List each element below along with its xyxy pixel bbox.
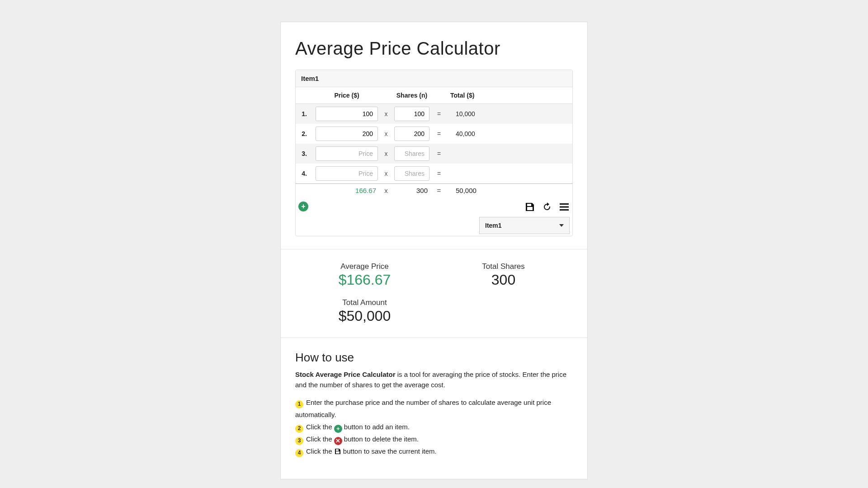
row-total: 40,000 — [446, 124, 572, 144]
add-row-button[interactable]: + — [298, 202, 308, 211]
col-total: Total ($) — [446, 87, 572, 104]
price-input[interactable] — [316, 127, 378, 141]
col-price: Price ($) — [313, 87, 381, 104]
times-symbol: x — [381, 184, 392, 197]
shares-input[interactable] — [394, 127, 429, 141]
card-header: Item1 — [296, 70, 572, 87]
shares-input[interactable] — [394, 166, 429, 181]
svg-rect-3 — [560, 209, 569, 211]
summary-row: 166.67 x 300 = 50,000 — [296, 184, 572, 197]
howto-heading: How to use — [295, 351, 573, 365]
save-button[interactable] — [524, 202, 535, 212]
step-text: button to delete the item. — [342, 435, 419, 443]
times-symbol: x — [381, 124, 392, 144]
stats-panel: Average Price $166.67 Total Shares 300 T… — [295, 262, 573, 325]
item-select[interactable]: Item1 — [479, 217, 570, 234]
divider — [281, 338, 587, 338]
table-row: 2.x=40,000 — [296, 124, 572, 144]
row-number: 1. — [296, 104, 313, 124]
save-icon — [524, 202, 535, 212]
save-icon — [334, 448, 341, 455]
shares-input[interactable] — [394, 146, 429, 161]
summary-total: 50,000 — [446, 184, 572, 197]
times-symbol: x — [381, 144, 392, 164]
menu-button[interactable] — [559, 202, 570, 212]
equals-symbol: = — [432, 144, 446, 164]
equals-symbol: = — [432, 104, 446, 124]
equals-symbol: = — [432, 184, 446, 197]
step-number-badge: 4 — [295, 449, 303, 457]
total-shares-value: 300 — [434, 271, 573, 288]
howto-step: 3Click the ✕ button to delete the item. — [295, 433, 573, 445]
step-number-badge: 1 — [295, 400, 303, 408]
refresh-button[interactable] — [542, 202, 552, 212]
item-select-value: Item1 — [485, 222, 502, 229]
table-row: 4.x= — [296, 164, 572, 184]
step-text: Click the — [306, 447, 334, 455]
price-input[interactable] — [316, 146, 378, 161]
step-text: button to save the current item. — [341, 447, 437, 455]
shares-input[interactable] — [394, 107, 429, 121]
howto-step: 4Click the button to save the current it… — [295, 445, 573, 457]
row-number: 2. — [296, 124, 313, 144]
total-amount-label: Total Amount — [295, 298, 434, 307]
row-number: 4. — [296, 164, 313, 184]
calculator-page: Average Price Calculator Item1 Price ($)… — [280, 22, 588, 479]
step-number-badge: 3 — [295, 437, 303, 445]
summary-shares: 300 — [392, 184, 432, 197]
svg-rect-2 — [560, 206, 569, 208]
refresh-icon — [542, 202, 552, 212]
equals-symbol: = — [432, 124, 446, 144]
actions-row: + Item1 — [296, 197, 572, 236]
step-text: Enter the purchase price and the number … — [295, 399, 551, 418]
howto-step: 1Enter the purchase price and the number… — [295, 396, 573, 421]
col-shares: Shares (n) — [392, 87, 432, 104]
price-input[interactable] — [316, 166, 378, 181]
step-text: Click the — [306, 423, 334, 431]
plus-icon: + — [301, 202, 305, 211]
calc-table: Price ($) Shares (n) Total ($) 1.x=10,00… — [296, 87, 572, 197]
plus-icon: + — [334, 425, 342, 433]
divider — [281, 249, 587, 249]
svg-rect-4 — [338, 450, 338, 451]
table-row: 3.x= — [296, 144, 572, 164]
avg-price-label: Average Price — [295, 262, 434, 271]
howto-desc: Stock Average Price Calculator is a tool… — [295, 369, 573, 390]
equals-symbol: = — [432, 164, 446, 184]
item-card: Item1 Price ($) Shares (n) Total ($) 1.x… — [295, 70, 573, 236]
table-row: 1.x=10,000 — [296, 104, 572, 124]
howto-desc-strong: Stock Average Price Calculator — [295, 371, 395, 378]
row-number: 3. — [296, 144, 313, 164]
svg-rect-0 — [530, 204, 531, 206]
row-total — [446, 144, 572, 164]
delete-icon: ✕ — [334, 437, 342, 445]
howto-step: 2Click the + button to add an item. — [295, 421, 573, 433]
page-title: Average Price Calculator — [295, 38, 573, 59]
howto-steps: 1Enter the purchase price and the number… — [295, 396, 573, 457]
price-input[interactable] — [316, 107, 378, 121]
total-shares-label: Total Shares — [434, 262, 573, 271]
avg-price-value: $166.67 — [295, 271, 434, 288]
step-text: Click the — [306, 435, 334, 443]
times-symbol: x — [381, 104, 392, 124]
total-amount-value: $50,000 — [295, 307, 434, 324]
menu-icon — [559, 202, 570, 212]
times-symbol: x — [381, 164, 392, 184]
step-number-badge: 2 — [295, 425, 303, 433]
step-text: button to add an item. — [342, 423, 410, 431]
svg-rect-1 — [560, 203, 569, 205]
row-total — [446, 164, 572, 184]
row-total: 10,000 — [446, 104, 572, 124]
summary-avg: 166.67 — [313, 184, 381, 197]
